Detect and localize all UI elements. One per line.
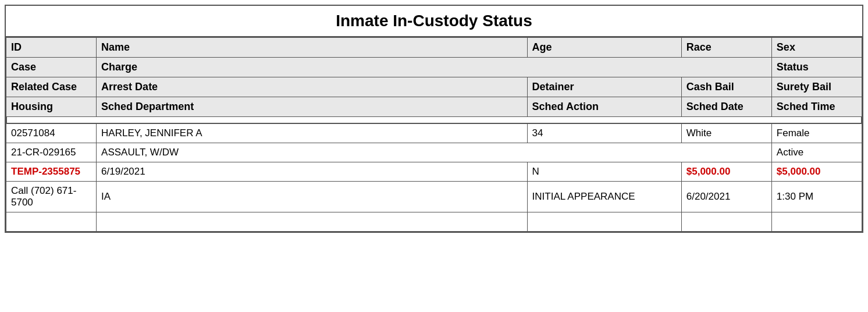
header-status: Status	[771, 58, 862, 77]
record-cash-bail: $5,000.00	[681, 162, 771, 182]
empty-cell	[6, 212, 97, 232]
empty-cell	[771, 212, 862, 232]
header-surety-bail: Surety Bail	[771, 77, 862, 97]
record-sched-date: 6/20/2021	[681, 182, 771, 212]
header-sched-dept: Sched Department	[97, 97, 528, 117]
record-charge: ASSAULT, W/DW	[97, 143, 772, 162]
header-arrest-date: Arrest Date	[97, 77, 528, 97]
header-related-case: Related Case	[6, 77, 97, 97]
data-table: 02571084 HARLEY, JENNIFER A 34 White Fem…	[6, 123, 862, 232]
record-arrest-date: 6/19/2021	[97, 162, 528, 182]
header-housing: Housing	[6, 97, 97, 117]
page-title: Inmate In-Custody Status	[6, 6, 862, 37]
main-container: Inmate In-Custody Status ID Name Age Rac…	[5, 5, 863, 233]
header-sex: Sex	[771, 38, 862, 58]
record-sex: Female	[771, 123, 862, 143]
table-row: 21-CR-029165 ASSAULT, W/DW Active	[6, 143, 862, 162]
record-detainer: N	[527, 162, 681, 182]
record-case-number: 21-CR-029165	[6, 143, 97, 162]
header-charge: Charge	[97, 58, 772, 77]
header-sched-action: Sched Action	[527, 97, 681, 117]
header-name: Name	[97, 38, 528, 58]
record-related-case: TEMP-2355875	[6, 162, 97, 182]
table-row: Call (702) 671-5700 IA INITIAL APPEARANC…	[6, 182, 862, 212]
table-row: TEMP-2355875 6/19/2021 N $5,000.00 $5,00…	[6, 162, 862, 182]
empty-cell	[527, 212, 681, 232]
table-row-empty	[6, 212, 862, 232]
table-row: 02571084 HARLEY, JENNIFER A 34 White Fem…	[6, 123, 862, 143]
header-table: ID Name Age Race Sex Case Charge Status …	[6, 37, 862, 117]
record-race: White	[681, 123, 771, 143]
header-sched-date: Sched Date	[681, 97, 771, 117]
header-case: Case	[6, 58, 97, 77]
record-age: 34	[527, 123, 681, 143]
record-sched-time: 1:30 PM	[771, 182, 862, 212]
separator	[6, 117, 862, 123]
record-housing: Call (702) 671-5700	[6, 182, 97, 212]
header-id: ID	[6, 38, 97, 58]
record-name: HARLEY, JENNIFER A	[97, 123, 528, 143]
header-cash-bail: Cash Bail	[681, 77, 771, 97]
header-sched-time: Sched Time	[771, 97, 862, 117]
record-sched-action: INITIAL APPEARANCE	[527, 182, 681, 212]
header-detainer: Detainer	[527, 77, 681, 97]
record-status: Active	[771, 143, 862, 162]
record-sched-dept: IA	[97, 182, 528, 212]
empty-cell	[97, 212, 528, 232]
empty-cell	[681, 212, 771, 232]
header-race: Race	[681, 38, 771, 58]
record-surety-bail: $5,000.00	[771, 162, 862, 182]
header-age: Age	[527, 38, 681, 58]
record-id: 02571084	[6, 123, 97, 143]
